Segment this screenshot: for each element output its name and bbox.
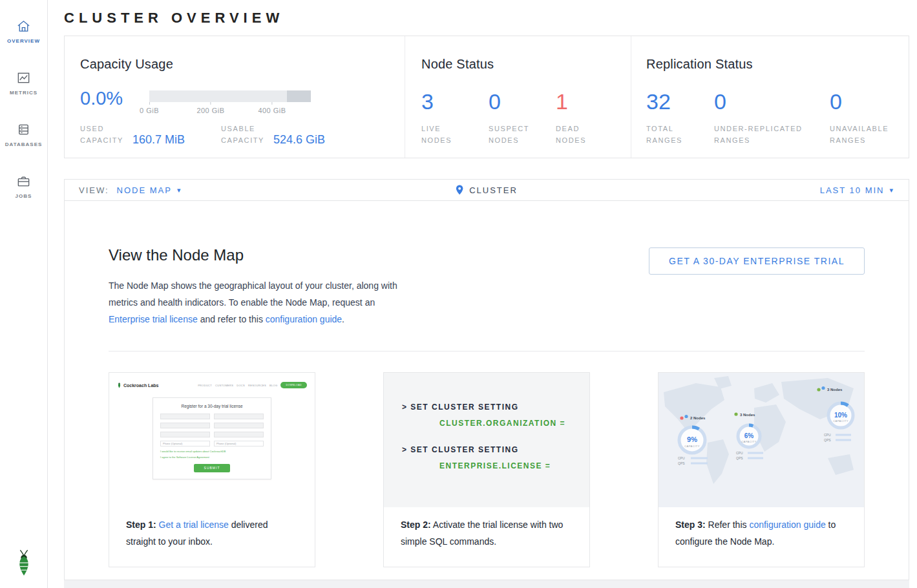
capacity-percent-label: 10%: [834, 412, 847, 419]
enterprise-trial-license-link[interactable]: Enterprise trial license: [109, 314, 198, 324]
used-capacity-label: USED: [80, 123, 123, 134]
mini-site-brand: Cockroach Labs: [123, 383, 158, 388]
total-ranges-value: 32: [646, 90, 714, 113]
view-selector-dropdown[interactable]: NODE MAP ▾: [117, 185, 182, 195]
home-icon: [16, 19, 31, 34]
sidebar-item-overview[interactable]: OVERVIEW: [0, 5, 47, 57]
axis-tick-label: 200 GiB: [196, 107, 224, 114]
usable-capacity: USABLE CAPACITY 524.6 GiB: [221, 123, 325, 146]
page-bottom-gap: [64, 580, 909, 588]
sidebar-item-label: JOBS: [16, 193, 32, 199]
cockroach-logo: [14, 548, 34, 580]
mini-submit-button: SUBMIT: [194, 464, 230, 472]
configuration-guide-link[interactable]: configuration guide: [266, 314, 342, 324]
usable-capacity-label: USABLE: [221, 123, 264, 134]
capacity-bar: [149, 90, 311, 102]
setup-steps: Cockroach Labs PRODUCT CUSTOMERS DOCS RE…: [109, 372, 865, 567]
sidebar-item-metrics[interactable]: METRICS: [0, 57, 47, 109]
get-trial-license-link[interactable]: Get a trial license: [159, 520, 229, 530]
page-title: CLUSTER OVERVIEW: [64, 10, 284, 26]
live-node-dot: [734, 412, 737, 415]
view-label: VIEW:: [79, 185, 109, 195]
mini-phone-field: Phone (Optional): [214, 441, 264, 446]
databases-icon: [16, 122, 31, 137]
capacity-percent-label: 6%: [744, 432, 754, 439]
chevron-down-icon: ▾: [177, 186, 182, 194]
cockroach-logo-small: [117, 382, 121, 388]
live-node-dot: [684, 415, 688, 418]
mini-checkbox-label: I agree to the Software License Agreemen…: [160, 456, 264, 459]
step2-caption: Step 2: Activate the trial license with …: [384, 507, 589, 567]
sidebar-item-jobs[interactable]: JOBS: [0, 160, 47, 212]
used-capacity-value: 160.7 MiB: [132, 133, 185, 147]
cpu-label: CPU: [678, 456, 685, 460]
sidebar: OVERVIEW METRICS DATABASES: [0, 0, 48, 588]
capacity-caption: CAPACITY: [833, 419, 848, 423]
enterprise-trial-button[interactable]: GET A 30-DAY ENTERPRISE TRIAL: [649, 247, 865, 275]
time-range-dropdown[interactable]: LAST 10 MIN ▾: [820, 185, 894, 195]
page-header: CLUSTER OVERVIEW: [64, 0, 909, 36]
step2-code-block: > SET CLUSTER SETTING CLUSTER.ORGANIZATI…: [384, 373, 589, 507]
live-nodes-value: 3: [421, 90, 489, 113]
node-status-title: Node Status: [421, 57, 631, 72]
node-status-stats: 3 LIVE NODES 0 SUSPECT NODES: [421, 90, 631, 146]
cpu-label: CPU: [824, 433, 831, 437]
cluster-breadcrumb: CLUSTER: [456, 185, 518, 195]
capacity-percent-label: 9%: [687, 436, 697, 443]
location-pin-icon: [456, 185, 463, 195]
qps-label: QPS: [678, 461, 685, 465]
locality-nodes-label: 3 Nodes: [740, 413, 755, 417]
capacity-caption: CAPACITY: [741, 440, 757, 443]
dead-nodes-value: 1: [556, 90, 623, 113]
unavailable-ranges-value: 0: [830, 90, 889, 113]
locality-nodes-label: 2 Nodes: [690, 416, 706, 420]
under-replicated-ranges-stat: 0 UNDER-REPLICATED RANGES: [714, 90, 830, 146]
suspect-nodes-value: 0: [489, 90, 556, 113]
capacity-chart-row: 0.0% 0 GiB 200 GiB 400 GiB: [80, 87, 405, 118]
node-map-title: View the Node Map: [109, 246, 405, 264]
dead-nodes-stat: 1 DEAD NODES: [556, 90, 623, 146]
sidebar-item-label: METRICS: [10, 90, 37, 96]
world-map-image: 2 Nodes 9% CAPACITY CPU QPS: [659, 373, 864, 507]
chevron-down-icon: ▾: [889, 186, 894, 194]
mini-checkbox-label: I would like to receive email updates ab…: [160, 450, 264, 454]
node-map-description: The Node Map shows the geographical layo…: [109, 277, 405, 328]
sidebar-nav: OVERVIEW METRICS DATABASES: [0, 0, 47, 212]
sidebar-item-label: DATABASES: [5, 142, 43, 147]
locality-nodes-label: 3 Nodes: [827, 388, 843, 392]
qps-label: QPS: [824, 438, 831, 442]
capacity-caption: CAPACITY: [684, 445, 700, 448]
mini-trial-form: Register for a 30-day trial license Phon…: [153, 397, 271, 479]
capacity-usage-title: Capacity Usage: [80, 57, 405, 72]
node-map-panel: View the Node Map The Node Map shows the…: [64, 201, 909, 580]
total-ranges-stat: 32 TOTAL RANGES: [646, 90, 714, 146]
live-node-dot: [821, 386, 825, 390]
view-selector-value: NODE MAP: [117, 185, 172, 195]
replication-status-section: Replication Status 32 TOTAL RANGES 0 UND…: [631, 36, 909, 158]
capacity-used-percent: 0.0%: [80, 87, 149, 118]
node-map-intro: View the Node Map The Node Map shows the…: [109, 246, 865, 328]
qps-label: QPS: [736, 456, 743, 460]
node-status-section: Node Status 3 LIVE NODES 0 SUSPECT NODE: [405, 36, 631, 158]
cluster-breadcrumb-label: CLUSTER: [469, 185, 518, 195]
suspect-nodes-stat: 0 SUSPECT NODES: [489, 90, 556, 146]
used-capacity-label: CAPACITY: [80, 134, 123, 146]
capacity-usage-section: Capacity Usage 0.0% 0 GiB 200 GiB 400 Gi…: [65, 36, 405, 158]
live-node-dot: [817, 388, 820, 391]
sql-setting-line: ENTERPRISE.LICENSE =: [439, 461, 571, 470]
sql-setting-line: CLUSTER.ORGANIZATION =: [439, 419, 571, 428]
used-capacity: USED CAPACITY 160.7 MiB: [80, 123, 185, 146]
replication-status-title: Replication Status: [646, 57, 909, 72]
sidebar-item-label: OVERVIEW: [7, 38, 40, 44]
usable-capacity-label: CAPACITY: [221, 134, 264, 146]
dead-node-dot: [680, 416, 683, 419]
under-replicated-ranges-value: 0: [714, 90, 830, 113]
sidebar-item-databases[interactable]: DATABASES: [0, 109, 47, 160]
mini-download-button: DOWNLOAD: [280, 382, 307, 388]
axis-tick-label: 400 GiB: [258, 107, 286, 114]
jobs-icon: [16, 174, 31, 189]
configuration-guide-link[interactable]: configuration guide: [749, 520, 825, 530]
cpu-label: CPU: [736, 451, 743, 455]
mini-phone-field: Phone (Optional): [160, 441, 210, 446]
main-content: CLUSTER OVERVIEW Capacity Usage 0.0% 0 G…: [48, 0, 917, 588]
